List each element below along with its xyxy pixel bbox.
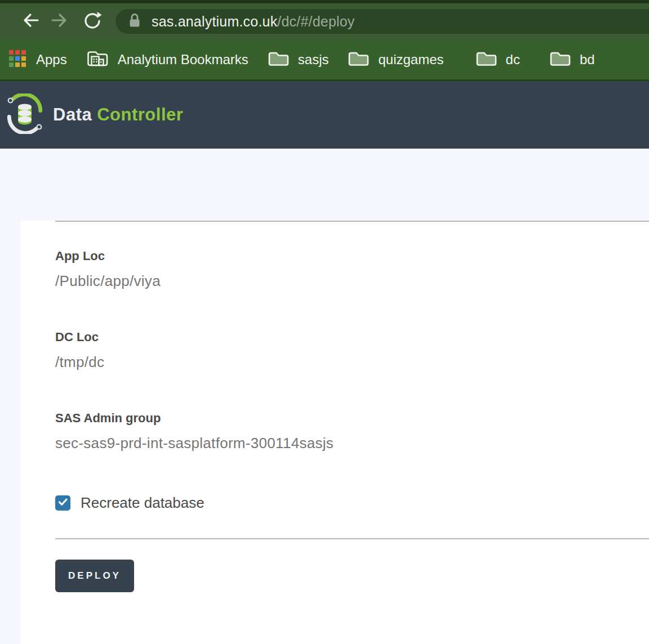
forward-button[interactable] <box>49 11 69 32</box>
brand-secondary: Controller <box>97 105 183 124</box>
folder-icon <box>348 50 369 69</box>
field-value: /tmp/dc <box>55 354 649 370</box>
field-value: /Public/app/viya <box>55 272 649 289</box>
recreate-database-label: Recreate database <box>81 494 205 512</box>
field-label: SAS Admin group <box>55 411 649 426</box>
bookmark-folder-bd[interactable]: bd <box>549 50 595 69</box>
bookmark-label: quizgames <box>378 52 443 68</box>
deploy-card: App Loc /Public/app/viya DC Loc /tmp/dc … <box>20 221 649 644</box>
bookmarks-bar: Apps Analytium Bookmarks sasjs quizgames <box>0 39 649 81</box>
folder-icon <box>549 50 571 69</box>
reload-icon <box>82 10 103 33</box>
bookmark-label: Analytium Bookmarks <box>118 52 248 68</box>
back-button[interactable] <box>21 11 41 32</box>
field-app-loc: App Loc /Public/app/viya <box>55 249 649 289</box>
bookmark-folder-sasjs[interactable]: sasjs <box>268 50 329 69</box>
deploy-button[interactable]: DEPLOY <box>55 560 134 592</box>
folder-icon <box>268 50 289 69</box>
recreate-database-row: Recreate database <box>55 494 649 512</box>
divider <box>55 538 649 539</box>
bookmark-analytium-bookmarks[interactable]: Analytium Bookmarks <box>86 49 248 70</box>
data-controller-logo <box>5 93 45 136</box>
page-background: App Loc /Public/app/viya DC Loc /tmp/dc … <box>0 221 649 644</box>
bookmark-label: dc <box>506 52 520 68</box>
apps-label: Apps <box>36 52 67 68</box>
check-icon <box>57 496 69 510</box>
address-bar[interactable]: sas.analytium.co.uk/dc/#/deploy <box>115 9 649 34</box>
recreate-database-checkbox[interactable] <box>55 495 70 511</box>
browser-toolbar: sas.analytium.co.uk/dc/#/deploy <box>0 3 649 39</box>
forward-arrow-icon <box>49 10 69 33</box>
url-path: /dc/#/deploy <box>277 14 354 29</box>
divider <box>55 221 649 222</box>
field-sas-admin-group: SAS Admin group sec-sas9-prd-int-sasplat… <box>55 411 649 451</box>
reload-button[interactable] <box>82 11 103 32</box>
field-label: DC Loc <box>55 330 649 345</box>
building-folder-icon <box>86 49 109 70</box>
folder-icon <box>475 50 497 69</box>
lock-icon[interactable] <box>128 12 141 31</box>
apps-grid-icon <box>8 49 27 70</box>
url-host: sas.analytium.co.uk <box>152 14 277 29</box>
brand-primary: Data <box>53 105 92 124</box>
app-header: DataController <box>0 81 649 149</box>
url-text: sas.analytium.co.uk/dc/#/deploy <box>152 14 355 30</box>
brand-text: DataController <box>53 105 183 125</box>
field-dc-loc: DC Loc /tmp/dc <box>55 330 649 370</box>
bookmark-label: bd <box>580 52 595 68</box>
field-label: App Loc <box>55 249 649 263</box>
apps-shortcut[interactable]: Apps <box>8 49 67 70</box>
bookmark-label: sasjs <box>298 52 329 68</box>
back-arrow-icon <box>21 10 41 33</box>
data-controller-brand[interactable]: DataController <box>5 93 183 136</box>
bookmark-folder-quizgames[interactable]: quizgames <box>348 50 443 69</box>
field-value: sec-sas9-prd-int-sasplatform-300114sasjs <box>55 435 649 451</box>
bookmark-folder-dc[interactable]: dc <box>475 50 520 69</box>
